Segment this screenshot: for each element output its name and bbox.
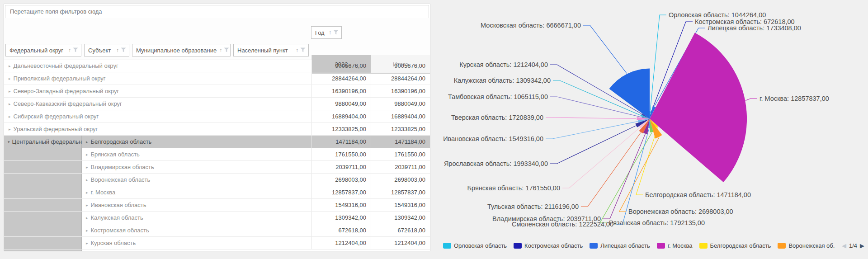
table-row[interactable]: ▸Курская область1212404,00 1212404,00	[4, 237, 430, 250]
sort-asc-icon[interactable]: ↑	[296, 47, 298, 53]
expand-icon[interactable]: ▸	[86, 228, 88, 233]
expand-icon[interactable]: ▸	[86, 140, 88, 144]
value-cell-2022[interactable]: 1212404,00	[311, 237, 371, 249]
value-cell-2022[interactable]: 1549316,00	[311, 199, 371, 211]
expand-icon[interactable]: ▸	[86, 190, 88, 195]
value-cell-2022[interactable]: 1309342,00	[311, 212, 371, 224]
subject-row-label[interactable]: ▸Курская область	[82, 237, 316, 249]
table-row[interactable]: ▸Северо-Кавказский федеральный округ9880…	[4, 98, 430, 110]
table-row[interactable]: ▸Ивановская область1549316,00 1549316,00	[4, 199, 430, 212]
column-field-year[interactable]: Год ↑	[311, 26, 342, 39]
filter-drop-area[interactable]: Перетащите поля фильтров сюда	[5, 5, 429, 19]
legend-prev-icon[interactable]: ◀	[842, 242, 846, 249]
table-row[interactable]: ▸Калужская область1309342,00 1309342,00	[4, 212, 430, 224]
table-row[interactable]: ▸Сибирский федеральный округ16889404,00 …	[4, 110, 430, 123]
subject-row-label[interactable]: ▸Калужская область	[82, 212, 316, 224]
value-cell-2022[interactable]: 16889404,00	[311, 110, 371, 122]
value-cell-2022[interactable]: 672618,00	[311, 224, 371, 236]
table-row[interactable]: ▸Костромская область672618,00 672618,00	[4, 224, 430, 237]
expand-icon[interactable]: ▸	[86, 152, 88, 157]
slice-label: Брянская область: 1761550,00	[467, 184, 561, 192]
district-row-label[interactable]: ▸Приволжский федеральный округ	[4, 72, 316, 85]
pie-slice[interactable]	[650, 33, 747, 183]
row-field-box[interactable]: Субъект ↑	[84, 44, 129, 57]
value-cell-total[interactable]: 28844264,00	[371, 72, 430, 85]
table-row[interactable]: ▸Уральский федеральный округ12333825,00 …	[4, 123, 430, 136]
table-row[interactable]: ▸Дальневосточный федеральный округ900567…	[4, 60, 430, 72]
value-cell-total[interactable]: 16390196,00	[371, 85, 430, 97]
value-cell-total[interactable]: 12857837,00	[371, 186, 430, 198]
legend-items: Орловская областьКостромская областьЛипе…	[443, 242, 835, 249]
value-cell-2022[interactable]: 9005676,00	[311, 60, 371, 72]
expand-icon[interactable]: ▸	[86, 165, 88, 170]
value-cell-2022[interactable]: 12333825,00	[311, 123, 371, 135]
subject-row-label[interactable]: ▸Брянская область	[82, 148, 316, 160]
district-row-label[interactable]: ▸Северо-Западный федеральный округ	[4, 85, 316, 97]
filter-funnel-icon[interactable]	[333, 29, 339, 36]
value-cell-total[interactable]: 9005676,00	[371, 60, 430, 72]
value-cell-2022[interactable]: 1471184,00	[311, 136, 371, 148]
pie-slice[interactable]	[609, 69, 650, 119]
sort-asc-icon[interactable]: ↑	[68, 47, 71, 53]
expand-icon[interactable]: ▸	[9, 114, 11, 119]
value-cell-total[interactable]: 2698003,00	[371, 174, 430, 186]
sort-asc-icon[interactable]: ↑	[329, 29, 331, 36]
value-cell-total[interactable]: 1309342,00	[371, 212, 430, 224]
value-cell-2022[interactable]: 12857837,00	[311, 186, 371, 198]
table-row[interactable]: ▸Брянская область1761550,00 1761550,00	[4, 148, 430, 161]
subject-row-label[interactable]: ▸Воронежская область	[82, 174, 316, 186]
value-cell-2022[interactable]: 1761550,00	[311, 148, 371, 160]
legend-next-icon[interactable]: ▶	[860, 242, 864, 249]
table-row[interactable]: ▸г. Москва12857837,00 12857837,00	[4, 186, 430, 199]
row-field-box[interactable]: Муниципальное образование ↑	[132, 44, 231, 57]
sort-asc-icon[interactable]: ↑	[116, 47, 119, 53]
district-row-label[interactable]: ▸Дальневосточный федеральный округ	[4, 60, 316, 72]
value-cell-total[interactable]: 2039711,00	[371, 161, 430, 173]
expand-icon[interactable]: ▸	[9, 102, 11, 106]
legend-page-number: 1/4	[849, 242, 857, 249]
label-leader-line	[583, 25, 627, 74]
subject-row-label[interactable]: ▸Владимирская область	[82, 161, 316, 173]
expand-icon[interactable]: ▸	[86, 178, 88, 182]
expand-icon[interactable]: ▸	[9, 76, 11, 81]
value-cell-total[interactable]: 672618,00	[371, 224, 430, 236]
expand-icon[interactable]: ▸	[9, 127, 11, 132]
value-cell-total[interactable]: 1761550,00	[371, 148, 430, 160]
sort-asc-icon[interactable]: ↑	[219, 47, 222, 53]
value-cell-2022[interactable]: 2698003,00	[311, 174, 371, 186]
value-cell-total[interactable]: 1471184,00	[371, 136, 430, 148]
district-row-label[interactable]: ▸Северо-Кавказский федеральный округ	[4, 98, 316, 110]
expand-icon[interactable]: ▸	[9, 64, 11, 68]
district-row-label[interactable]: ▸Уральский федеральный округ	[4, 123, 316, 135]
column-field-label: Год	[315, 29, 325, 36]
value-cell-2022[interactable]: 2039711,00	[311, 161, 371, 173]
subject-row-label[interactable]: ▸Костромская область	[82, 224, 316, 236]
value-cell-total[interactable]: 16889404,00	[371, 110, 430, 122]
value-cell-total[interactable]: 9880049,00	[371, 98, 430, 110]
row-field-box[interactable]: Федеральный округ ↑	[5, 44, 81, 57]
expand-icon[interactable]: ▸	[86, 216, 88, 220]
subject-row-label[interactable]: ▸Ивановская область	[82, 199, 316, 211]
filter-funnel-icon[interactable]	[300, 47, 306, 54]
value-cell-total[interactable]: 1212404,00	[371, 237, 430, 249]
subject-row-label[interactable]: ▸г. Москва	[82, 186, 316, 198]
table-row[interactable]: ▸Воронежская область2698003,00 2698003,0…	[4, 174, 430, 186]
filter-funnel-icon[interactable]	[224, 47, 229, 54]
value-cell-total[interactable]: 12333825,00	[371, 123, 430, 135]
expand-icon[interactable]: ▸	[86, 241, 88, 245]
value-cell-total[interactable]: 1549316,00	[371, 199, 430, 211]
table-row[interactable]: ▸Приволжский федеральный округ28844264,0…	[4, 72, 430, 85]
row-field-box[interactable]: Населенный пункт ↑	[233, 44, 309, 57]
filter-funnel-icon[interactable]	[73, 47, 78, 54]
value-cell-2022[interactable]: 16390196,00	[311, 85, 371, 97]
value-cell-2022[interactable]: 28844264,00	[311, 72, 371, 85]
filter-funnel-icon[interactable]	[121, 47, 126, 54]
expand-icon[interactable]: ▸	[86, 203, 88, 207]
table-row[interactable]: ▸Владимирская область2039711,00 2039711,…	[4, 161, 430, 174]
table-row[interactable]: ▸Северо-Западный федеральный округ163901…	[4, 85, 430, 98]
table-row[interactable]: ▸Белгородская область1471184,00 1471184,…	[4, 136, 430, 148]
value-cell-2022[interactable]: 9880049,00	[311, 98, 371, 110]
subject-row-label[interactable]: ▸Белгородская область	[82, 136, 316, 148]
expand-icon[interactable]: ▸	[9, 89, 11, 94]
district-row-label[interactable]: ▸Сибирский федеральный округ	[4, 110, 316, 122]
